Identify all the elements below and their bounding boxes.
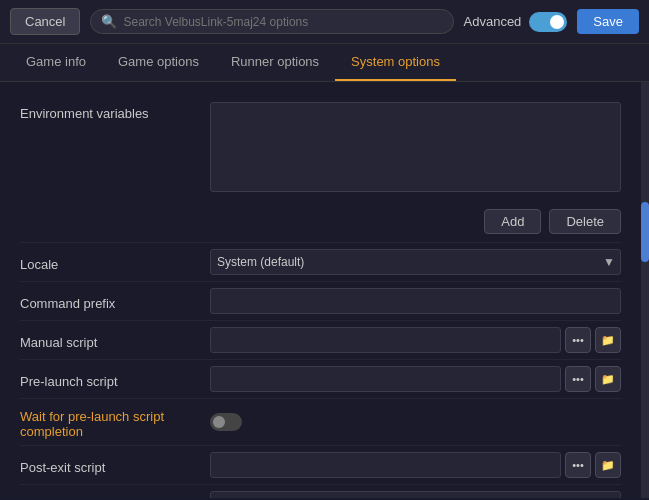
search-icon: 🔍: [101, 14, 117, 29]
tab-game-options[interactable]: Game options: [102, 44, 215, 81]
tab-system-options[interactable]: System options: [335, 44, 456, 81]
locale-select[interactable]: System (default): [210, 249, 621, 275]
include-processes-input[interactable]: [210, 491, 621, 498]
wait-prelaunch-row: Wait for pre-launch script completion: [20, 398, 621, 445]
manual-script-folder-icon: 📁: [601, 334, 615, 347]
advanced-toggle[interactable]: [529, 12, 567, 32]
env-variables-textarea[interactable]: [210, 102, 621, 192]
command-prefix-label: Command prefix: [20, 292, 200, 311]
add-button[interactable]: Add: [484, 209, 541, 234]
cancel-button[interactable]: Cancel: [10, 8, 80, 35]
include-processes-label: Include processes: [20, 495, 200, 499]
manual-script-dots-button[interactable]: •••: [565, 327, 591, 353]
env-variables-row: Environment variables: [20, 92, 621, 205]
post-exit-script-row: Post-exit script ••• 📁: [20, 445, 621, 484]
pre-launch-script-input-group: ••• 📁: [210, 366, 621, 392]
locale-row: Locale System (default) ▼: [20, 242, 621, 281]
advanced-label: Advanced: [464, 14, 522, 29]
add-delete-row: Add Delete: [20, 205, 621, 242]
wait-prelaunch-label: Wait for pre-launch script completion: [20, 405, 200, 439]
tab-game-info[interactable]: Game info: [10, 44, 102, 81]
post-exit-script-folder-button[interactable]: 📁: [595, 452, 621, 478]
locale-select-wrapper: System (default) ▼: [210, 249, 621, 275]
env-variables-value: [210, 102, 621, 195]
post-exit-script-dots-button[interactable]: •••: [565, 452, 591, 478]
content-area: Environment variables Add Delete Locale …: [0, 82, 641, 498]
wait-prelaunch-toggle[interactable]: [210, 413, 242, 431]
search-input[interactable]: [123, 15, 442, 29]
include-processes-row: Include processes: [20, 484, 621, 498]
delete-button[interactable]: Delete: [549, 209, 621, 234]
command-prefix-row: Command prefix: [20, 281, 621, 320]
manual-script-label: Manual script: [20, 331, 200, 350]
manual-script-input[interactable]: [210, 327, 561, 353]
scrollbar-thumb[interactable]: [641, 202, 649, 262]
post-exit-script-folder-icon: 📁: [601, 459, 615, 472]
tab-runner-options[interactable]: Runner options: [215, 44, 335, 81]
save-button[interactable]: Save: [577, 9, 639, 34]
tabs-bar: Game info Game options Runner options Sy…: [0, 44, 649, 82]
post-exit-script-label: Post-exit script: [20, 456, 200, 475]
search-box: 🔍: [90, 9, 453, 34]
command-prefix-input[interactable]: [210, 288, 621, 314]
header: Cancel 🔍 Advanced Save: [0, 0, 649, 44]
pre-launch-script-folder-button[interactable]: 📁: [595, 366, 621, 392]
pre-launch-script-dots-button[interactable]: •••: [565, 366, 591, 392]
manual-script-input-group: ••• 📁: [210, 327, 621, 353]
form-section: Environment variables Add Delete Locale …: [0, 82, 641, 498]
advanced-area: Advanced: [464, 12, 568, 32]
locale-label: Locale: [20, 253, 200, 272]
manual-script-row: Manual script ••• 📁: [20, 320, 621, 359]
pre-launch-script-row: Pre-launch script ••• 📁: [20, 359, 621, 398]
scrollbar-track: [641, 82, 649, 498]
pre-launch-script-folder-icon: 📁: [601, 373, 615, 386]
manual-script-folder-button[interactable]: 📁: [595, 327, 621, 353]
pre-launch-script-label: Pre-launch script: [20, 370, 200, 389]
env-variables-label: Environment variables: [20, 102, 200, 121]
post-exit-script-input[interactable]: [210, 452, 561, 478]
pre-launch-script-input[interactable]: [210, 366, 561, 392]
main-content: Environment variables Add Delete Locale …: [0, 82, 649, 498]
post-exit-script-input-group: ••• 📁: [210, 452, 621, 478]
